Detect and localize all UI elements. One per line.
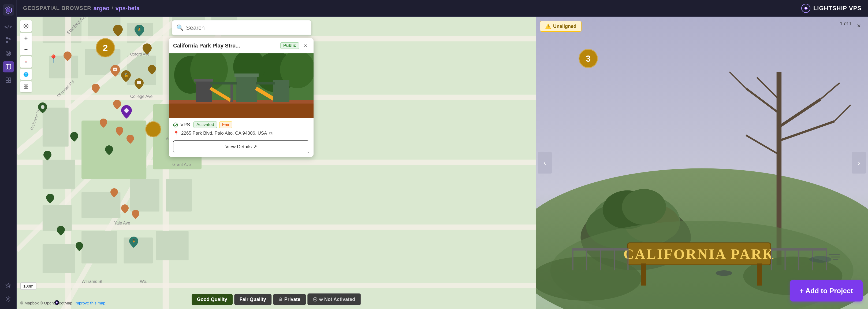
map-pin-8[interactable] [75,242,83,253]
svg-point-103 [174,123,178,127]
map-pin-o7[interactable] [111,188,118,199]
panel-close-button[interactable]: × [854,21,864,31]
svg-rect-131 [757,263,762,285]
svg-rect-147 [829,254,840,255]
breadcrumb: GEOSPATIAL BROWSER argeo / vps-beta [23,5,140,12]
copy-address-button[interactable]: ⧉ [269,131,273,136]
map-legend: Good Quality Fair Quality Private ⊖ Not … [192,293,361,305]
sidebar-item-map[interactable] [3,61,14,73]
svg-rect-135 [586,248,587,271]
map-pin-g3[interactable] [148,65,156,77]
view-details-button[interactable]: View Details ↗ [173,140,309,153]
svg-rect-69 [114,69,116,70]
mapbox-logo [54,300,60,305]
location-button[interactable] [20,20,32,32]
map-pin-o4[interactable] [100,118,107,130]
map-pin-o9[interactable] [132,210,140,221]
map-pin-selected[interactable] [121,105,132,120]
map-controls: + − 🌐 [20,20,32,92]
header-logo: LIGHTSHIP VPS [801,3,862,13]
map-pin-6[interactable] [46,194,54,205]
svg-text:🧍: 🧍 [137,27,142,32]
map-pin-2[interactable] [38,103,47,115]
popup-info: VPS: Activated Fair 📍 2265 Park Blvd, Pa… [169,118,314,157]
map-pin-o2[interactable] [92,84,100,95]
legend-private[interactable]: Private [273,294,306,305]
popup-vps-row: VPS: Activated Fair [173,121,309,128]
improve-map-link[interactable]: Improve this map [74,301,105,305]
svg-point-15 [7,298,9,300]
vps-activated-badge: Activated [193,121,217,128]
svg-rect-14 [8,81,11,83]
breadcrumb-org[interactable]: argeo [94,5,110,12]
panel-badge-3: 3 [579,49,598,68]
svg-rect-130 [641,263,646,285]
sidebar-item-code[interactable]: </> [3,21,14,32]
svg-text:We...: We... [140,279,150,284]
map-pin-special1[interactable] [111,65,120,79]
compass-button[interactable] [20,56,32,67]
map-pin-hike1[interactable]: 🧍 [134,25,144,38]
sidebar-item-settings[interactable] [3,293,14,305]
map-pin-special3[interactable] [134,78,144,91]
map-pin-3[interactable] [43,151,52,162]
search-icon: 🔍 [176,24,184,31]
map-pin-4[interactable] [70,132,78,143]
svg-text:Williams St: Williams St [82,279,102,284]
svg-rect-137 [614,248,615,271]
legend-fair-quality[interactable]: Fair Quality [234,294,272,305]
svg-point-17 [805,7,807,9]
map-pin-g1[interactable] [113,25,123,38]
zoom-out-button[interactable]: − [20,44,32,55]
popup-close-button[interactable]: × [302,42,309,49]
svg-point-74 [25,25,27,27]
popup-address-row: 📍 2265 Park Blvd, Palo Alto, CA 94306, U… [173,131,309,137]
panel-nav-next[interactable]: › [852,152,866,173]
map-pin-hike2[interactable]: 🧍 [129,236,138,250]
map-pin-special2[interactable]: 🔒 [121,70,131,84]
map-pin-1[interactable]: 📍 [49,54,58,63]
svg-text:Al...: Al... [163,17,169,18]
svg-rect-48 [82,231,117,263]
panel-nav-prev[interactable]: ‹ [538,152,552,173]
sidebar-item-grid[interactable] [3,75,14,86]
vps-quality-badge: Fair [219,121,232,128]
sidebar-item-star[interactable] [3,280,14,291]
map-search: 🔍 [172,20,311,35]
svg-rect-148 [831,257,840,257]
top-header: GEOSPATIAL BROWSER argeo / vps-beta LIGH… [17,0,868,17]
map-pin-o1[interactable] [63,52,71,63]
add-to-project-button[interactable]: + Add to Project [790,280,863,302]
layers-button[interactable] [20,81,32,92]
svg-rect-68 [114,69,117,69]
map-container[interactable]: Stanford Ave Birch St Olmsted Rd College… [17,17,536,309]
sidebar-item-target[interactable] [3,48,14,59]
sidebar-item-branch[interactable] [3,34,14,46]
svg-rect-42 [42,160,75,189]
map-pin-5[interactable] [105,145,113,157]
svg-rect-45 [166,179,192,212]
svg-text:🧍: 🧍 [131,239,136,244]
map-pin-o3[interactable] [113,100,121,111]
svg-rect-100 [273,80,289,102]
breadcrumb-sep: / [112,5,113,12]
globe-button[interactable]: 🌐 [20,69,32,80]
map-pin-g2[interactable] [143,44,152,56]
legend-not-activated[interactable]: ⊖ Not Activated [307,293,361,305]
svg-rect-71 [137,81,141,84]
svg-rect-141 [784,248,785,271]
search-input[interactable] [172,20,311,35]
legend-good-quality[interactable]: Good Quality [192,294,232,305]
breadcrumb-project[interactable]: vps-beta [116,5,140,12]
map-pin-o8[interactable] [121,204,129,215]
zoom-in-button[interactable]: + [20,33,32,44]
map-pin-o5[interactable] [116,127,123,138]
popup-title: California Park Play Stru... [173,43,278,49]
svg-rect-11 [6,78,8,80]
map-pin-o6[interactable] [126,135,134,146]
popup-image [169,53,314,118]
svg-rect-97 [236,75,257,102]
svg-rect-134 [572,248,574,271]
map-pin-7[interactable] [57,226,65,237]
svg-rect-30 [17,225,536,230]
